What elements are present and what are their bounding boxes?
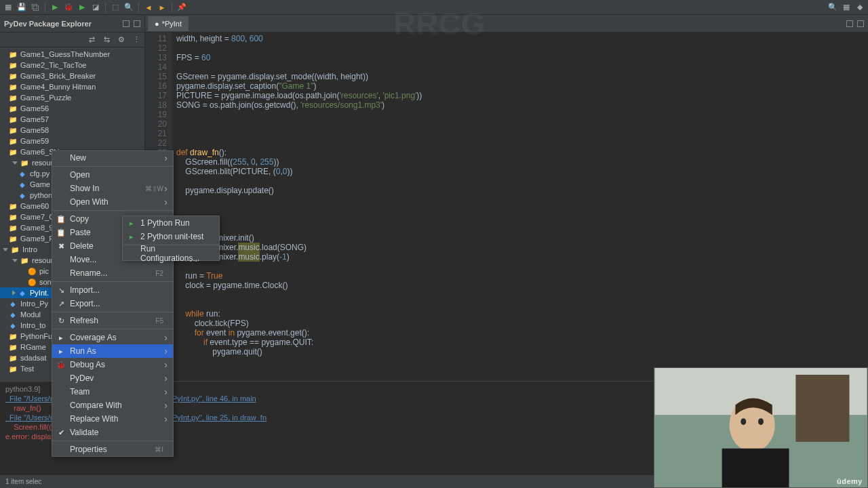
- tree-label: Game60: [20, 202, 49, 210]
- webcam-overlay: [654, 367, 868, 488]
- code-area[interactable]: 1112131415161718192021222324252627282930…: [145, 33, 868, 381]
- tree-label: Intro: [22, 245, 37, 253]
- ctx-item-new[interactable]: New: [52, 151, 173, 165]
- submenu-item[interactable]: ▸1 Python Run: [123, 216, 219, 230]
- folder-icon: 📁: [8, 223, 18, 232]
- ctx-item-coverage-as[interactable]: ▸Coverage As: [52, 331, 173, 344]
- link-icon[interactable]: ⇆: [101, 35, 112, 45]
- tree-item[interactable]: 📁Game59: [0, 136, 144, 146]
- save-all-icon[interactable]: ⿻: [30, 2, 41, 13]
- tree-label: Game7_C: [20, 213, 54, 221]
- nav-fwd-icon[interactable]: ►: [157, 2, 167, 13]
- tree-item[interactable]: 📁Game4_Bunny Hitman: [0, 81, 144, 92]
- py-icon: ◆: [18, 180, 27, 189]
- submenu-run-config[interactable]: Run Configurations...: [123, 247, 219, 260]
- run-as-submenu[interactable]: ▸1 Python Run▸2 Python unit-testRun Conf…: [122, 216, 220, 261]
- ctx-icon: ↗: [56, 299, 66, 308]
- tree-label: Intro_Py: [20, 300, 48, 308]
- ctx-item-open-with[interactable]: Open With: [52, 195, 173, 209]
- submenu-label: Run Configurations...: [140, 244, 210, 263]
- ctx-item-import-[interactable]: ↘Import...: [52, 283, 173, 297]
- code-lines[interactable]: width, height = 800, 600FPS = 60GScreen …: [172, 33, 868, 381]
- editor-minimize-icon[interactable]: [846, 20, 853, 27]
- ctx-item-pydev[interactable]: PyDev: [52, 371, 173, 385]
- tree-label: Game: [30, 180, 50, 188]
- folder-icon: 📁: [8, 115, 18, 124]
- collapse-icon[interactable]: ⇄: [86, 35, 97, 45]
- ctx-item-validate[interactable]: ✔Validate: [52, 426, 173, 439]
- folder-icon: 📁: [20, 158, 29, 167]
- run-last-icon[interactable]: ▶: [77, 2, 87, 13]
- folder-icon: 📁: [8, 104, 18, 113]
- py-icon: ◆: [8, 321, 18, 330]
- tree-item[interactable]: 📁Game3_Brick_Breaker: [0, 70, 144, 81]
- ctx-icon: 📋: [56, 228, 66, 237]
- tree-item[interactable]: 📁Game5_Puzzle: [0, 92, 144, 103]
- editor-tab-active[interactable]: ● *PyInt: [148, 16, 189, 31]
- folder-icon: 📁: [8, 125, 18, 135]
- ctx-item-export-[interactable]: ↗Export...: [52, 297, 173, 310]
- ctx-item-compare-with[interactable]: Compare With: [52, 399, 173, 412]
- debug-icon[interactable]: 🐞: [63, 2, 74, 13]
- search-icon[interactable]: 🔍: [123, 2, 134, 13]
- tree-label: Game4_Bunny Hitman: [20, 83, 96, 91]
- tree-label: PythonFu: [20, 332, 52, 340]
- context-menu[interactable]: NewOpenShow In⌘⇧WOpen With📋Copy⌘C📋Paste⌘…: [52, 150, 174, 457]
- folder-icon: 📁: [8, 212, 18, 222]
- open-type-icon[interactable]: ⬚: [110, 2, 121, 13]
- tree-label: Game9_P: [20, 235, 54, 243]
- menu-icon[interactable]: ⋮: [131, 35, 142, 45]
- maximize-icon[interactable]: [134, 20, 140, 27]
- perspective-icon[interactable]: ▦: [841, 2, 852, 13]
- explorer-tools: ⇄ ⇆ ⚙ ⋮: [0, 33, 144, 47]
- run-icon[interactable]: ▶: [50, 2, 60, 13]
- ctx-label: PyDev: [70, 373, 94, 383]
- tree-label: Intro_to: [20, 321, 45, 329]
- ctx-label: Team: [70, 387, 90, 396]
- coverage-icon[interactable]: ◪: [90, 2, 101, 13]
- folder-icon: 📁: [8, 353, 18, 363]
- svg-rect-4: [722, 449, 789, 487]
- tree-label: sdadsat: [20, 354, 47, 362]
- explorer-header: PyDev Package Explorer: [0, 15, 144, 33]
- ctx-item-properties[interactable]: Properties⌘I: [52, 443, 173, 456]
- pydev-perspective-icon[interactable]: ◆: [854, 2, 865, 13]
- ctx-item-open[interactable]: Open: [52, 168, 173, 182]
- py-icon: ◆: [18, 169, 27, 178]
- tree-item[interactable]: 📁Game58: [0, 125, 144, 136]
- ctx-label: Refresh: [70, 316, 98, 325]
- filter-icon[interactable]: ⚙: [116, 35, 127, 45]
- tree-item[interactable]: 📁Game57: [0, 114, 144, 125]
- editor-maximize-icon[interactable]: [857, 20, 864, 27]
- tree-item[interactable]: 📁Game2_Tic_TacToe: [0, 60, 144, 70]
- folder-icon: 📁: [8, 201, 18, 211]
- ctx-item-refresh[interactable]: ↻RefreshF5: [52, 314, 173, 327]
- save-icon[interactable]: 💾: [16, 2, 27, 13]
- tree-label: PyInt.: [30, 289, 49, 297]
- status-text: 1 item selec: [5, 478, 41, 485]
- ctx-item-replace-with[interactable]: Replace With: [52, 412, 173, 426]
- tree-item[interactable]: 📁Game1_GuessTheNumber: [0, 49, 144, 60]
- folder-icon: 📁: [8, 342, 18, 352]
- ctx-item-rename-[interactable]: Rename...F2: [52, 266, 173, 280]
- tree-label: Game1_GuessTheNumber: [20, 50, 110, 58]
- ctx-item-show-in[interactable]: Show In⌘⇧W: [52, 182, 173, 195]
- pin-icon[interactable]: 📌: [176, 2, 187, 13]
- submenu-label: 1 Python Run: [140, 218, 190, 228]
- nav-back-icon[interactable]: ◄: [143, 2, 154, 13]
- tree-item[interactable]: 📁Game56: [0, 103, 144, 114]
- submenu-item[interactable]: ▸2 Python unit-test: [123, 230, 219, 243]
- quick-search-icon[interactable]: 🔍: [827, 2, 838, 13]
- tab-label: *PyInt: [162, 20, 182, 28]
- ctx-label: Paste: [70, 228, 91, 237]
- ctx-item-debug-as[interactable]: 🐞Debug As: [52, 358, 173, 371]
- ctx-shortcut: F2: [142, 270, 163, 277]
- run-icon: ▸: [127, 218, 136, 228]
- minimize-icon[interactable]: [123, 20, 130, 27]
- ctx-item-run-as[interactable]: ▸Run As: [52, 344, 173, 358]
- new-icon[interactable]: ▦: [3, 2, 14, 13]
- main-toolbar: ▦ 💾 ⿻ ▶ 🐞 ▶ ◪ ⬚ 🔍 ◄ ► 📌 🔍 ▦ ◆: [0, 0, 868, 15]
- ctx-item-team[interactable]: Team: [52, 385, 173, 399]
- ctx-label: New: [70, 153, 86, 163]
- svg-rect-2: [795, 375, 849, 442]
